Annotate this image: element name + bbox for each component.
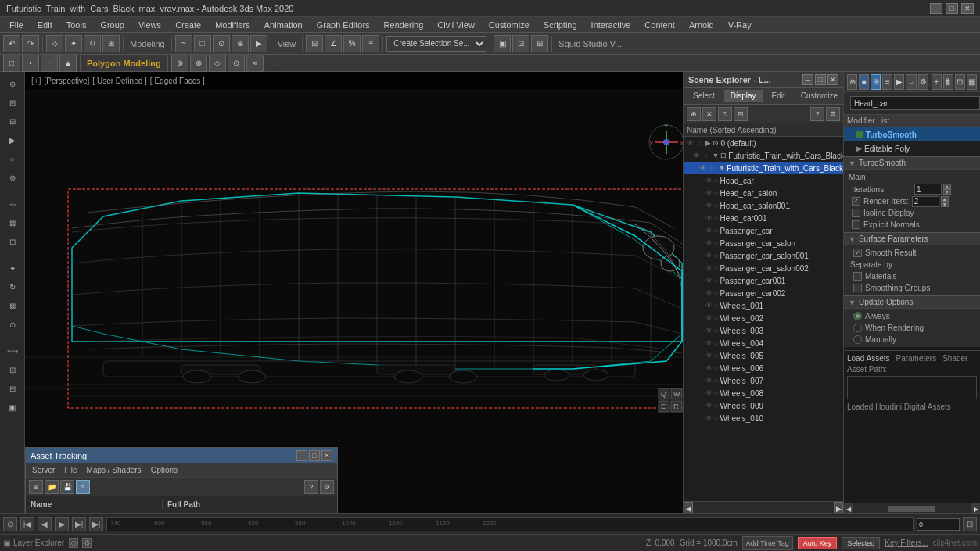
tree-item-wheels009[interactable]: 👁 ○ Wheels_009: [684, 399, 843, 412]
bevel-button[interactable]: ⊗: [190, 55, 207, 72]
at-close-btn[interactable]: ✕: [321, 450, 332, 461]
play-btn[interactable]: ▶: [55, 517, 69, 531]
when-rendering-radio[interactable]: [853, 324, 862, 332]
at-maximize-btn[interactable]: □: [309, 450, 320, 461]
tree-item-wheels004[interactable]: 👁 ○ Wheels_004: [684, 337, 843, 349]
mod-scrollbar-thumb[interactable]: [888, 506, 935, 512]
tree-item-head-car-salon[interactable]: 👁 ○ Head_car_salon: [684, 187, 843, 199]
object-paint-button[interactable]: ⊙: [213, 35, 230, 52]
tree-item-wheels001[interactable]: 👁 ○ Wheels_001: [684, 299, 843, 312]
timeline-area[interactable]: 740 800 860 920 980 1040 1100 1160 1220: [106, 517, 914, 531]
sidebar-scale-btn[interactable]: ⊠: [3, 297, 22, 314]
rotate-button[interactable]: ↻: [84, 35, 101, 52]
time-config-btn[interactable]: ⊡: [963, 517, 977, 531]
parameters-tab[interactable]: Parameters: [896, 354, 936, 363]
render-button[interactable]: ▣: [494, 35, 511, 52]
asset-tracking-title-bar[interactable]: Asset Tracking ─ □ ✕: [26, 448, 337, 463]
mod-color-btn[interactable]: ■: [859, 74, 869, 90]
sidebar-align-btn[interactable]: ⊞: [3, 361, 22, 378]
sidebar-snap-btn[interactable]: ⊟: [3, 380, 22, 397]
sidebar-bind-btn[interactable]: ⊡: [3, 233, 22, 250]
at-options-menu[interactable]: Options: [148, 466, 181, 474]
menu-modifiers[interactable]: Modifiers: [209, 19, 257, 31]
next-frame-btn[interactable]: ▶|: [72, 517, 86, 531]
menu-arnold[interactable]: Arnold: [683, 19, 720, 31]
key-filters-link[interactable]: Key Filters...: [885, 538, 928, 547]
menu-group[interactable]: Group: [94, 19, 131, 31]
se-filter-btn[interactable]: ⊟: [734, 107, 748, 121]
angle-snap-button[interactable]: ∠: [325, 35, 342, 52]
scene-tree[interactable]: 👁 ○ ▶ ⊙ 0 (default) 👁 ○: [684, 137, 843, 501]
sidebar-display-btn[interactable]: ○: [3, 150, 22, 167]
selected-btn[interactable]: Selected: [842, 537, 880, 549]
tree-item-wheels008[interactable]: 👁 ○ Wheels_008: [684, 387, 843, 399]
mod-create-btn[interactable]: ⊕: [847, 74, 857, 90]
smoothing-groups-checkbox[interactable]: [853, 284, 862, 292]
iterations-input[interactable]: [914, 184, 942, 195]
frame-input[interactable]: [917, 518, 960, 531]
explicit-normals-checkbox[interactable]: [852, 220, 860, 229]
menu-customize[interactable]: Customize: [483, 19, 536, 31]
tree-item-head-car001[interactable]: 👁 ○ Head_car001: [684, 212, 843, 224]
update-options-header[interactable]: ▼ Update Options: [844, 295, 980, 309]
menu-file[interactable]: File: [3, 19, 30, 31]
iterations-down[interactable]: ▼: [943, 189, 951, 195]
isoline-checkbox[interactable]: [852, 209, 860, 217]
redo-button[interactable]: ↷: [22, 35, 39, 52]
render-iters-down[interactable]: ▼: [941, 202, 949, 207]
sidebar-rotate-btn[interactable]: ↻: [3, 278, 22, 295]
se-tab-display[interactable]: Display: [724, 90, 763, 102]
se-scroll-left[interactable]: ◀: [684, 502, 693, 513]
menu-interactive[interactable]: Interactive: [585, 19, 637, 31]
tree-item-wheels005[interactable]: 👁 ○ Wheels_005: [684, 349, 843, 362]
load-assets-tab[interactable]: Load Assets: [847, 354, 889, 363]
tree-item-passenger-car002[interactable]: 👁 ○ Passenger_car002: [684, 287, 843, 299]
mod-scroll-left[interactable]: ◀: [844, 503, 853, 513]
mod-name-input[interactable]: [850, 96, 980, 110]
se-close-btn[interactable]: ✕: [827, 74, 838, 85]
freeform-button[interactable]: ~: [175, 35, 192, 52]
tree-item-passenger-car[interactable]: 👁 ○ Passenger_car: [684, 224, 843, 237]
tree-item-passenger-car001[interactable]: 👁 ○ Passenger_car001: [684, 274, 843, 287]
at-minimize-btn[interactable]: ─: [296, 450, 307, 461]
se-scroll-right[interactable]: ▶: [834, 502, 843, 513]
layer-options-btn[interactable]: ⊙: [69, 538, 78, 548]
materials-checkbox[interactable]: [853, 272, 862, 281]
go-start-btn[interactable]: |◀: [20, 517, 34, 531]
tree-item-head-car-salon001[interactable]: 👁 ○ Head_car_salon001: [684, 199, 843, 212]
key-mode-btn[interactable]: ⊙: [3, 517, 17, 531]
tree-item-wheels010[interactable]: 👁 ○ Wheels_010: [684, 412, 843, 424]
mod-motion-btn[interactable]: ▶: [894, 74, 904, 90]
render-iters-up[interactable]: ▲: [941, 196, 949, 202]
se-tab-edit[interactable]: Edit: [766, 90, 792, 102]
tree-item-default[interactable]: 👁 ○ ▶ ⊙ 0 (default): [684, 137, 843, 149]
close-button[interactable]: ✕: [961, 3, 974, 14]
smooth-result-checkbox[interactable]: [853, 249, 862, 257]
tree-item-train-group[interactable]: 👁 ○ ▼ ⊡ Futuristic_Train_with_Cars_Black: [684, 149, 843, 162]
maximize-button[interactable]: □: [946, 3, 958, 14]
editable-poly-modifier[interactable]: ▶ Editable Poly: [844, 141, 980, 156]
select-button[interactable]: ⊹: [46, 35, 63, 52]
sidebar-mirror-btn[interactable]: ⟺: [3, 342, 22, 360]
turbosmooth-modifier[interactable]: TurboSmooth: [844, 127, 980, 141]
at-help-btn[interactable]: ?: [304, 480, 318, 494]
surface-params-header[interactable]: ▼ Surface Parameters: [844, 232, 980, 245]
layer-settings-btn[interactable]: ⚙: [82, 538, 92, 548]
menu-content[interactable]: Content: [638, 19, 681, 31]
datasmith-button[interactable]: ▶: [250, 35, 267, 52]
scale-button[interactable]: ⊞: [102, 35, 120, 52]
tree-item-wheels002[interactable]: 👁 ○ Wheels_002: [684, 312, 843, 324]
rendered-frame-button[interactable]: ⊞: [531, 35, 548, 52]
tree-item-wheels007[interactable]: 👁 ○ Wheels_007: [684, 374, 843, 387]
mod-cfg-btn[interactable]: ▦: [967, 74, 977, 90]
tree-item-head-car[interactable]: 👁 ○ Head_car: [684, 174, 843, 187]
tree-item-passenger-salon[interactable]: 👁 ○ Passenger_car_salon: [684, 237, 843, 249]
mod-hier-btn[interactable]: ≡: [882, 74, 892, 90]
tree-item-wheels006[interactable]: 👁 ○ Wheels_006: [684, 362, 843, 374]
se-tab-customize[interactable]: Customize: [795, 90, 844, 102]
mod-nav-btn[interactable]: ⊡: [955, 74, 965, 90]
at-open-btn[interactable]: 📁: [45, 480, 59, 494]
se-minimize-btn[interactable]: ─: [802, 74, 813, 85]
sidebar-utility-btn[interactable]: ⊛: [3, 169, 22, 186]
se-add-btn[interactable]: ⊕: [687, 107, 701, 121]
